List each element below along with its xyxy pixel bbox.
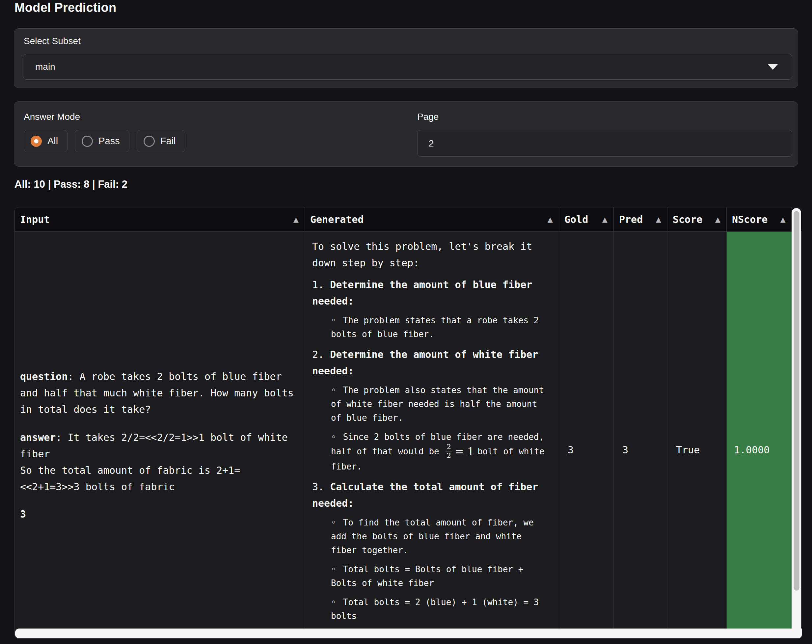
radio-unchecked-icon <box>82 136 93 147</box>
step-number: 2. <box>312 349 330 360</box>
generated-intro: To solve this problem, let's break it do… <box>312 238 550 271</box>
sort-asc-icon[interactable]: ▲ <box>656 216 661 224</box>
bullet-icon: ◦ <box>331 316 336 325</box>
bullet-text: The problem also states that the amount … <box>331 385 544 423</box>
cell-gold[interactable]: 3 <box>559 232 614 630</box>
step-title: Calculate the total amount of fiber need… <box>312 481 538 509</box>
column-header-input[interactable]: Input ▲ <box>15 208 305 232</box>
column-label: Input <box>20 214 50 225</box>
answer-mode-radio-group: All Pass Fail <box>24 130 192 152</box>
radio-option-label: Pass <box>98 136 119 147</box>
bullet-icon: ◦ <box>331 385 336 395</box>
generated-cell-text: To solve this problem, let's break it do… <box>305 232 559 623</box>
generated-bullet: ◦The problem states that a robe takes 2 … <box>312 313 550 341</box>
sort-asc-icon[interactable]: ▲ <box>780 216 786 224</box>
results-table: Input ▲ Generated ▲ Gold ▲ Pred ▲ Score … <box>14 207 802 639</box>
fraction-denominator: 2 <box>447 452 451 459</box>
bullet-icon: ◦ <box>331 517 336 528</box>
column-label: Generated <box>310 214 364 225</box>
cell-pred[interactable]: 3 <box>614 232 667 630</box>
radio-checked-icon <box>31 136 42 147</box>
answer-mode-label: Answer Mode <box>24 111 80 122</box>
vertical-scrollbar[interactable] <box>792 208 801 638</box>
input-cell-text: question: A robe takes 2 bolts of blue f… <box>15 232 305 522</box>
sort-asc-icon[interactable]: ▲ <box>293 216 299 224</box>
step-number: 3. <box>312 481 330 493</box>
column-header-generated[interactable]: Generated ▲ <box>305 208 559 232</box>
vertical-scrollbar-thumb[interactable] <box>794 211 799 591</box>
question-label: question <box>20 371 68 382</box>
table-row: question: A robe takes 2 bolts of blue f… <box>15 232 802 630</box>
generated-step-3: 3. Calculate the total amount of fiber n… <box>312 479 550 512</box>
subset-label: Select Subset <box>24 36 81 46</box>
subset-select[interactable]: main <box>23 54 792 80</box>
radio-dot <box>34 139 38 143</box>
generated-step-2: 2. Determine the amount of white fiber n… <box>312 346 550 379</box>
equation-result: = 1 <box>455 445 474 458</box>
cell-nscore[interactable]: 1.0000 <box>727 232 792 630</box>
bullet-text: To find the total amount of fiber, we ad… <box>331 517 534 555</box>
step-number: 1. <box>312 279 330 290</box>
column-header-nscore[interactable]: NScore ▲ <box>727 208 792 232</box>
score-value: True <box>676 444 700 456</box>
column-label: Pred <box>619 214 643 225</box>
page-title: Model Prediction <box>14 1 116 15</box>
fraction-math: 22 <box>446 443 452 459</box>
page-input-value: 2 <box>429 138 434 149</box>
cell-generated[interactable]: To solve this problem, let's break it do… <box>305 232 559 630</box>
sort-asc-icon[interactable]: ▲ <box>715 216 720 224</box>
app-root: Model Prediction Select Subset main Answ… <box>0 0 812 644</box>
generated-step-1: 1. Determine the amount of blue fiber ne… <box>312 276 550 310</box>
generated-bullet-math: ◦Since 2 bolts of blue fiber are needed,… <box>312 430 550 473</box>
fraction-numerator: 2 <box>446 443 452 452</box>
stats-summary: All: 10 | Pass: 8 | Fail: 2 <box>14 179 127 190</box>
bullet-icon: ◦ <box>331 564 336 574</box>
radio-option-label: Fail <box>160 136 176 147</box>
generated-bullet: ◦To find the total amount of fiber, we a… <box>312 516 550 557</box>
step-title: Determine the amount of blue fiber neede… <box>312 279 532 307</box>
page-label: Page <box>417 111 439 122</box>
answer-label: answer <box>20 432 56 443</box>
pred-value: 3 <box>622 444 628 456</box>
column-label: Gold <box>565 214 588 225</box>
subset-panel: Select Subset main <box>14 28 798 88</box>
bullet-icon: ◦ <box>331 432 336 442</box>
radio-unchecked-icon <box>143 136 155 147</box>
column-header-pred[interactable]: Pred ▲ <box>614 208 667 232</box>
cell-input[interactable]: question: A robe takes 2 bolts of blue f… <box>15 232 305 630</box>
answer-text-line2: So the total amount of fabric is 2+1=<<2… <box>20 462 295 495</box>
page-input[interactable]: 2 <box>417 130 792 157</box>
horizontal-scrollbar[interactable] <box>15 629 802 638</box>
table-header: Input ▲ Generated ▲ Gold ▲ Pred ▲ Score … <box>15 208 802 232</box>
sort-asc-icon[interactable]: ▲ <box>548 216 553 224</box>
generated-bullet: ◦Total bolts = Bolts of blue fiber + Bol… <box>312 562 550 590</box>
column-label: Score <box>673 214 702 225</box>
bullet-text: Total bolts = Bolts of blue fiber + Bolt… <box>331 564 524 588</box>
filter-panel: Answer Mode All Pass Fail Page 2 <box>14 101 798 166</box>
answer-text-line1: : It takes 2/2=<<2/2=1>>1 bolt of white … <box>20 432 288 459</box>
chevron-down-icon <box>768 64 778 70</box>
radio-option-pass[interactable]: Pass <box>75 130 129 152</box>
nscore-value: 1.0000 <box>734 444 769 456</box>
column-header-gold[interactable]: Gold ▲ <box>559 208 614 232</box>
sort-asc-icon[interactable]: ▲ <box>602 216 607 224</box>
gold-value: 3 <box>568 444 574 456</box>
cell-score[interactable]: True <box>667 232 727 630</box>
generated-bullet: ◦Total bolts = 2 (blue) + 1 (white) = 3 … <box>312 595 550 623</box>
column-header-score[interactable]: Score ▲ <box>667 208 727 232</box>
generated-bullet: ◦The problem also states that the amount… <box>312 383 550 425</box>
bullet-text: The problem states that a robe takes 2 b… <box>331 316 539 339</box>
radio-option-fail[interactable]: Fail <box>137 130 185 152</box>
column-label: NScore <box>732 214 768 225</box>
bullet-icon: ◦ <box>331 597 336 607</box>
bullet-text: Total bolts = 2 (blue) + 1 (white) = 3 b… <box>331 597 539 621</box>
final-answer: 3 <box>20 506 295 522</box>
subset-select-value: main <box>35 61 55 72</box>
radio-option-all[interactable]: All <box>24 130 67 152</box>
step-title: Determine the amount of white fiber need… <box>312 349 538 377</box>
radio-option-label: All <box>47 136 58 147</box>
